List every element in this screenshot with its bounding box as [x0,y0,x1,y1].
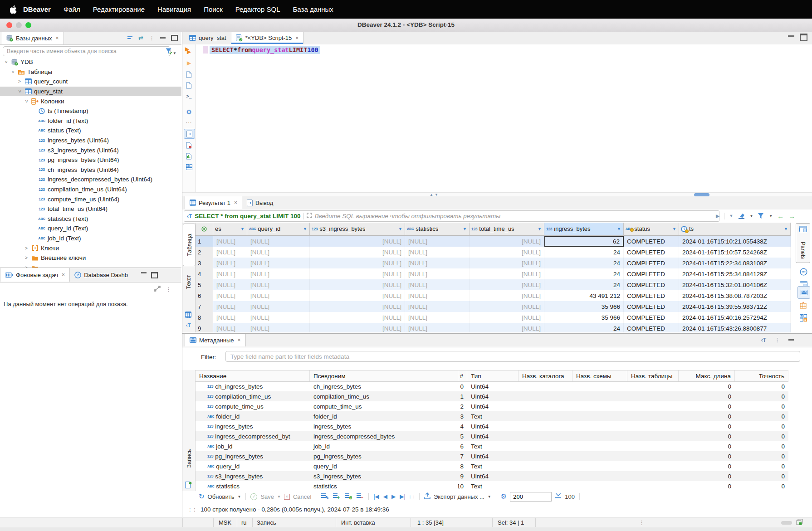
chevron-down-icon[interactable]: > [10,69,15,74]
presentation-tab-grid[interactable]: Таблица [183,224,196,266]
cell-ts[interactable]: 2024-01-16T15:38:08.787203Z [679,290,791,301]
close-icon[interactable]: × [238,337,241,343]
tree-item-таблицы[interactable]: >Таблицы [0,67,181,77]
cell-query_id[interactable]: [NULL] [247,301,310,312]
tree-item-ydb[interactable]: >YDB [0,57,181,67]
meta-cell[interactable]: 1 [458,391,467,401]
row-number[interactable]: 6 [196,290,213,301]
row-number[interactable]: 7 [196,301,213,312]
close-icon[interactable]: × [56,35,59,41]
table-row[interactable]: 4[NULL][NULL][NULL][NULL][NULL]24COMPLET… [196,268,791,279]
cell-total_time_us[interactable]: [NULL] [470,312,544,323]
tree-item-compilation_time_us-uint64-[interactable]: 123compilation_time_us (Uint64) [0,185,181,195]
meta-cell[interactable]: 0 [735,451,788,461]
editor-tab-query-stat[interactable]: query_stat [185,32,231,44]
editor-tab--ydb-script-15[interactable]: *<YDB> Script-15× [231,32,304,44]
panels-tab[interactable]: Panels [796,223,810,263]
fetch-size-input[interactable] [510,492,552,502]
cell-ingress_bytes[interactable]: 24 [544,247,624,258]
tree-item-pg_ingress_bytes-uint64-[interactable]: 123pg_ingress_bytes (Uint64) [0,155,181,165]
metadata-row-query_id[interactable]: ABCquery_idquery_id8Text00 [196,461,788,471]
clear-filter-icon[interactable] [738,213,745,219]
apple-icon[interactable] [10,5,17,14]
chevron-right-icon[interactable]: > [24,246,29,251]
cell-es[interactable]: [NULL] [213,247,247,258]
meta-cell[interactable]: 6 [458,441,467,451]
edit-mode-indicator[interactable]: Запись [257,519,276,526]
meta-cell[interactable]: 3 [458,411,467,421]
meta-cell[interactable]: ingress_bytes [310,421,458,431]
row-number[interactable]: 2 [196,247,213,258]
cell-statistics[interactable]: [NULL] [405,279,470,290]
cell-ingress_bytes[interactable]: 24 [544,323,624,332]
column-header-statistics[interactable]: ABCstatistics▼ [405,223,470,235]
chevron-down-icon[interactable]: > [4,60,9,64]
meta-cell[interactable] [627,411,679,421]
cell-s3_ingress_bytes[interactable]: [NULL] [310,279,405,290]
cell-query_id[interactable]: [NULL] [247,290,310,301]
metadata-row-ingress_bytes[interactable]: 123ingress_bytesingress_bytes4Uint6400 [196,421,788,431]
chevron-down-icon[interactable]: > [24,99,29,103]
meta-cell[interactable] [572,451,627,461]
maximize-icon[interactable] [171,35,178,41]
metadata-row-compute_time_us[interactable]: 123compute_time_uscompute_time_us2Uint64… [196,401,788,411]
meta-cell[interactable]: statistics [310,481,458,491]
first-row-icon[interactable]: |◀ [373,493,379,500]
column-header-status[interactable]: ABCstatus▼ [624,223,679,235]
meta-cell[interactable]: 0 [679,391,735,401]
cell-ingress_bytes[interactable]: 43 491 212 [544,290,624,301]
tree-item-внешние-ключи[interactable]: >Внешние ключи [0,253,181,263]
cell-status[interactable]: COMPLETED [624,236,679,247]
cell-s3_ingress_bytes[interactable]: [NULL] [310,247,405,258]
cell-total_time_us[interactable]: [NULL] [470,268,544,279]
meta-cell[interactable]: 7 [458,451,467,461]
cell-statistics[interactable]: [NULL] [405,290,470,301]
expand-filter-icon[interactable] [307,213,312,219]
meta-cell[interactable] [627,391,679,401]
cell-status[interactable]: COMPLETED [624,279,679,290]
sort-dropdown-icon[interactable]: ▼ [672,227,676,231]
meta-cell[interactable] [519,471,572,481]
table-row[interactable]: 7[NULL][NULL][NULL][NULL][NULL]35 966COM… [196,301,791,312]
record-tab-label[interactable]: Запись [186,449,192,468]
tab-фоновые-задач[interactable]: Фоновые задач× [0,268,70,282]
refresh-button[interactable]: Обновить [208,493,235,500]
meta-cell[interactable] [627,451,679,461]
cell-total_time_us[interactable]: [NULL] [470,247,544,258]
meta-cell[interactable]: pg_ingress_bytes [310,451,458,461]
sort-dropdown-icon[interactable]: ▼ [303,227,307,231]
cell-query_id[interactable]: [NULL] [247,279,310,290]
cell-total_time_us[interactable]: [NULL] [470,236,544,247]
metadata-table[interactable]: Запись НазваниеПсевдоним#ТипНазв. катало… [182,370,812,491]
cell-s3_ingress_bytes[interactable]: [NULL] [310,258,405,268]
meta-cell[interactable] [519,461,572,471]
cell-status[interactable]: COMPLETED [624,258,679,268]
export-dropdown-icon[interactable]: ▼ [488,495,491,499]
row-number[interactable]: 8 [196,312,213,323]
tree-item-ch_ingress_bytes-uint64-[interactable]: 123ch_ingress_bytes (Uint64) [0,165,181,175]
edit-cell-icon[interactable]: ✎ [321,492,328,501]
meta-cell[interactable]: 10 [458,481,467,491]
search-input[interactable] [3,46,171,56]
cell-total_time_us[interactable]: [NULL] [470,323,544,332]
sql-editor[interactable]: ▶▶>_⚙··· ▶ SELECT * from query_stat LIMI… [182,44,812,192]
last-row-icon[interactable]: ▶| [400,493,405,500]
tab-database-dashb[interactable]: Database Dashb [70,268,132,282]
maximize-panel-icon[interactable] [800,34,807,41]
column-header-es[interactable]: es▼ [213,223,247,235]
menubar-item-редактирование[interactable]: Редактирование [87,5,151,13]
meta-cell[interactable] [627,431,679,441]
statusbar-dots-icon[interactable]: ⋮ [639,519,645,526]
custom-filter-icon[interactable] [758,213,764,219]
meta-cell[interactable] [627,421,679,431]
meta-cell[interactable]: Uint64 [467,421,519,431]
export-button[interactable]: Экспорт данных ... [434,493,484,500]
cell-total_time_us[interactable]: [NULL] [470,301,544,312]
meta-cell[interactable]: 0 [735,391,788,401]
presentation-tab-text[interactable]: Текст [183,268,195,296]
metadata-row-ingress_decompressed_bytes[interactable]: 123ingress_decompressed_bytingress_decom… [196,431,788,441]
meta-cell[interactable]: 0 [679,481,735,491]
row-number[interactable]: 5 [196,279,213,290]
link-with-editor-icon[interactable]: ⇄ [138,34,143,41]
sort-dropdown-icon[interactable]: ▼ [398,227,402,231]
